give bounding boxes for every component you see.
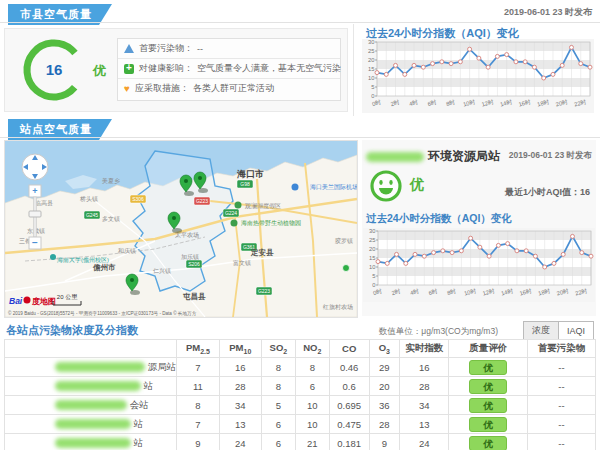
station-dot[interactable] [343,265,350,272]
road-badge: G245 [84,211,100,219]
divider [0,22,600,23]
redacted-station-name [55,438,131,448]
col-header: NO2 [295,340,329,358]
station-name-cell: 站 [5,434,177,450]
svg-text:30: 30 [369,228,375,234]
toggle-浓度[interactable]: 浓度 [523,321,559,340]
map-label: 加乐镇 [181,254,199,260]
svg-text:10时: 10时 [463,288,477,297]
svg-text:20: 20 [368,57,374,63]
svg-text:G224: G224 [225,210,237,216]
table-title: 各站点污染物浓度及分指数 [6,323,138,338]
map-label: 海南大学(儋州校区) [57,256,109,264]
road-badge: G223 [256,287,272,295]
col-header: O3 [369,340,400,358]
svg-text:−: − [32,237,38,248]
map-pan-control[interactable] [22,154,48,180]
airport-icon [292,184,299,191]
rating-cell: 优 [449,396,528,415]
rating-badge: 优 [469,436,507,450]
svg-text:12时: 12时 [481,99,495,108]
station-name-cell: 会站 [5,396,177,415]
toggle-IAQI[interactable]: IAQI [559,321,594,340]
rating-badge: 优 [469,417,507,432]
aqi-gauge: 16 [19,35,89,105]
value-cell: 0.695 [329,396,369,415]
svg-text:G245: G245 [86,212,98,218]
map-label: 屯昌县 [183,292,206,301]
svg-text:0: 0 [371,93,374,99]
redacted-station-name [55,419,131,429]
map-label: 临高县 [35,199,53,207]
station-name: 环境资源局站 [428,148,500,165]
value-cell: 0.475 [329,415,369,434]
value-cell: 5 [261,396,295,415]
value-cell: 16 [219,358,261,377]
redacted-station-name [55,400,127,410]
primary-pollutant-cell: -- [528,377,596,396]
svg-text:30: 30 [368,39,374,45]
baidu-logo[interactable]: Bai度地图 [9,296,56,306]
resort-poi-icon [235,202,242,209]
station-name-suffix: 源局站 [145,361,176,372]
value-cell: 6 [295,377,329,396]
svg-text:10: 10 [369,264,375,270]
station-name-suffix: 站 [131,418,143,429]
value-cell: 24 [400,434,449,450]
svg-text:+: + [32,186,37,196]
map-zoom-slider[interactable]: +− [29,185,41,249]
svg-text:4时: 4时 [409,288,419,296]
mode-toggle: 浓度IAQI [523,321,594,340]
svg-text:5: 5 [371,84,374,90]
value-cell: 28 [219,377,261,396]
table-row: 会站8345100.6953634优-- [5,396,596,415]
value-cell: 9 [369,434,400,450]
baidu-map[interactable]: G98S306G223G224G245S206G361G223海口市儋州市定安县… [4,140,358,318]
value-cell: 8 [295,358,329,377]
rating-badge: 优 [469,360,507,375]
svg-text:10: 10 [368,75,374,81]
svg-text:20 公里: 20 公里 [57,294,78,300]
zoom-handle[interactable] [29,211,41,217]
value-cell: 8 [261,377,295,396]
zoo-poi-icon [231,220,238,227]
city-aqi-chart: 0510152025300时2时4时6时8时10时12时14时16时18时20时… [362,39,594,113]
rating-cell: 优 [449,377,528,396]
svg-text:度地图: 度地图 [31,296,56,306]
svg-text:2时: 2时 [390,99,400,107]
station-chart-title: 过去24小时分指数（AQI）变化 [366,212,512,226]
info-label: 首要污染物： [139,42,193,55]
rating-badge: 优 [469,379,507,394]
air-quality-dashboard: 市县空气质量 2019-06-01 23 时发布 16 优 首要污染物：--对健… [0,0,600,450]
svg-text:6时: 6时 [428,288,438,296]
col-header: PM10 [219,340,261,358]
station-name-suffix: 站 [131,437,143,448]
value-cell: 36 [369,396,400,415]
svg-text:20: 20 [369,246,375,252]
value-cell: 10 [295,396,329,415]
primary-pollutant-cell: -- [528,396,596,415]
value-cell: 16 [400,358,449,377]
col-header: SO2 [261,340,295,358]
primary-pollutant-cell: -- [528,415,596,434]
table-body: 源局站716880.462916优-- 站1128860.62028优-- 会站… [5,358,596,450]
table-row: 站1128860.62028优-- [5,377,596,396]
primary-pollutant-cell: -- [528,434,596,450]
info-label: 应采取措施： [135,82,189,95]
svg-text:12时: 12时 [482,288,496,297]
rating-cell: 优 [449,434,528,450]
info-row: 对健康影响：空气质量令人满意，基本无空气污染 [118,59,340,79]
value-cell: 6 [261,415,295,434]
map-label: 海南热带野生动植物园 [241,219,301,227]
value-cell: 34 [219,396,261,415]
value-cell: 13 [400,415,449,434]
publish-date: 2019-06-01 23 时发布 [504,6,592,19]
svg-text:2时: 2时 [391,288,401,296]
svg-text:G223: G223 [196,198,208,204]
map-label: 儋州市 [92,263,116,272]
university-poi-icon [50,254,56,260]
col-header: 实时指数 [400,340,449,358]
svg-text:25: 25 [369,237,375,243]
table-row: 站9246210.181924优-- [5,434,596,450]
svg-text:8时: 8时 [445,99,455,107]
